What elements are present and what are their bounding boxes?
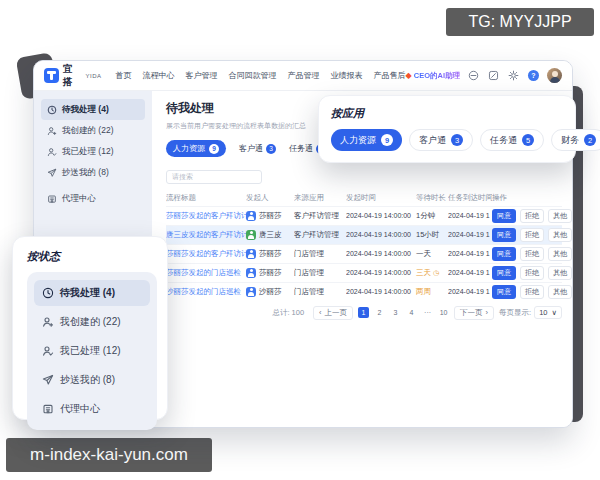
- tab-customer[interactable]: 客户通 3: [239, 143, 276, 154]
- tg-watermark-badge: TG: MYYJJPP: [446, 8, 594, 36]
- pagination-bar: 总计: 100 ‹上一页 1 2 3 4 ··· 10 下一页› 每页显示: 1…: [166, 306, 562, 320]
- starter-avatar: [246, 249, 256, 259]
- sidebar-item-processed[interactable]: 我已处理 (12): [41, 141, 145, 162]
- page-number-1[interactable]: 1: [358, 307, 369, 318]
- col-header-start-time: 发起时间: [346, 193, 416, 203]
- nav-right-cluster: ◆ CEO的AI助理 ?: [406, 68, 562, 83]
- row-title-link[interactable]: 唐三皮发起的客户拜访计划: [166, 230, 246, 240]
- domain-watermark-badge: m-index-kai-yun.com: [6, 438, 212, 472]
- top-navbar: 宜搭 YIDA 首页 流程中心 客户管理 合同回款管理 产品管理 业绩报表 产品…: [34, 61, 572, 91]
- per-page-select[interactable]: 10∨: [534, 306, 562, 319]
- reject-button[interactable]: 拒绝: [520, 228, 544, 242]
- panel-tab-hr-count: 9: [381, 134, 393, 146]
- compose-icon[interactable]: [487, 69, 500, 82]
- per-page-label: 每页显示:: [499, 308, 531, 318]
- pagination-total: 总计: 100: [272, 308, 304, 318]
- search-box: [166, 165, 562, 184]
- panel-tab-finance-count: 2: [584, 134, 596, 146]
- nav-menu: 首页 流程中心 客户管理 合同回款管理 产品管理 业绩报表 产品售后: [116, 70, 406, 81]
- overdue-clock-icon: ◷: [433, 269, 439, 276]
- ai-assistant-label: CEO的AI助理: [414, 71, 460, 81]
- tab-hr[interactable]: 人力资源 9: [166, 140, 226, 157]
- status-item-pending[interactable]: 待我处理 (4): [34, 280, 150, 306]
- sidebar-item-cc-me[interactable]: 抄送我的 (8): [41, 162, 145, 183]
- panel-tab-customer-count: 3: [451, 134, 463, 146]
- nav-item-home[interactable]: 首页: [116, 70, 132, 81]
- approve-button[interactable]: 同意: [492, 247, 516, 261]
- page-ellipsis[interactable]: ···: [422, 307, 433, 318]
- sidebar-item-agent-center[interactable]: 代理中心: [41, 188, 145, 209]
- reject-button[interactable]: 拒绝: [520, 209, 544, 223]
- user-avatar[interactable]: [547, 68, 562, 83]
- yida-logo-icon: [44, 68, 59, 83]
- approve-button[interactable]: 同意: [492, 228, 516, 242]
- table-row: 莎丽莎发起的门店巡检 莎丽莎 门店管理 2024-04-19 14:00:00 …: [166, 263, 562, 282]
- status-item-agent-center[interactable]: 代理中心: [34, 396, 150, 422]
- row-title-link[interactable]: 莎丽莎发起的客户拜访计划: [166, 211, 246, 221]
- other-button[interactable]: 其他: [548, 285, 572, 299]
- col-header-app: 来源应用: [294, 193, 346, 203]
- page-number-10[interactable]: 10: [438, 307, 449, 318]
- approve-button[interactable]: 同意: [492, 209, 516, 223]
- approve-button[interactable]: 同意: [492, 266, 516, 280]
- starter-avatar: [246, 268, 256, 278]
- panel-tab-hr[interactable]: 人力资源 9: [331, 129, 402, 151]
- reject-button[interactable]: 拒绝: [520, 266, 544, 280]
- nav-item-contract-payment[interactable]: 合同回款管理: [229, 70, 277, 81]
- status-item-processed[interactable]: 我已处理 (12): [34, 338, 150, 364]
- other-button[interactable]: 其他: [548, 209, 572, 223]
- table-row: 莎丽莎发起的客户拜访计划 莎丽莎 门店管理 2024-04-19 14:00:0…: [166, 244, 562, 263]
- yida-logo[interactable]: 宜搭 YIDA: [44, 63, 102, 89]
- ai-assistant-button[interactable]: ◆ CEO的AI助理: [406, 71, 460, 81]
- page-number-2[interactable]: 2: [374, 307, 385, 318]
- ai-spark-icon: ◆: [406, 71, 412, 80]
- by-status-title: 按状态: [27, 249, 157, 264]
- table-row: 莎丽莎发起的客户拜访计划 莎丽莎 客户拜访管理 2024-04-19 14:00…: [166, 206, 562, 225]
- task-table: 流程标题 发起人 来源应用 发起时间 等待时长 任务到达时间 操作 莎丽莎发起的…: [166, 191, 562, 301]
- other-button[interactable]: 其他: [548, 266, 572, 280]
- search-input[interactable]: [166, 170, 262, 184]
- panel-tab-task-count: 5: [522, 134, 534, 146]
- panel-tab-task[interactable]: 任务通 5: [480, 129, 544, 151]
- other-button[interactable]: 其他: [548, 228, 572, 242]
- settings-gear-icon[interactable]: [507, 69, 520, 82]
- table-header-row: 流程标题 发起人 来源应用 发起时间 等待时长 任务到达时间 操作: [166, 191, 562, 206]
- by-status-panel: 按状态 待我处理 (4) 我创建的 (22) 我已处理 (12) 抄送我的 (8…: [12, 236, 168, 420]
- nav-item-customer-mgmt[interactable]: 客户管理: [186, 70, 218, 81]
- col-header-title: 流程标题: [166, 193, 246, 203]
- status-item-created[interactable]: 我创建的 (22): [34, 309, 150, 335]
- sidebar-item-created[interactable]: 我创建的 (22): [41, 120, 145, 141]
- nav-item-after-sales[interactable]: 产品售后: [374, 70, 406, 81]
- table-body: 莎丽莎发起的客户拜访计划 莎丽莎 客户拜访管理 2024-04-19 14:00…: [166, 206, 562, 301]
- sidebar-item-pending[interactable]: 待我处理 (4): [41, 99, 145, 120]
- status-item-cc-me[interactable]: 抄送我的 (8): [34, 367, 150, 393]
- reject-button[interactable]: 拒绝: [520, 285, 544, 299]
- panel-tab-finance[interactable]: 财务 2: [551, 129, 600, 151]
- help-icon[interactable]: ?: [527, 69, 540, 82]
- logo-text-en: YIDA: [86, 73, 102, 79]
- row-title-link[interactable]: 沙丽莎发起的门店巡检: [166, 287, 246, 297]
- page-number-3[interactable]: 3: [390, 307, 401, 318]
- nav-item-performance-report[interactable]: 业绩报表: [331, 70, 363, 81]
- logo-text-cn: 宜搭: [63, 63, 82, 89]
- chevron-down-icon: ∨: [552, 308, 558, 317]
- panel-tab-customer[interactable]: 客户通 3: [409, 129, 473, 151]
- approve-button[interactable]: 同意: [492, 285, 516, 299]
- col-header-starter: 发起人: [246, 193, 294, 203]
- row-title-link[interactable]: 莎丽莎发起的客户拜访计划: [166, 249, 246, 259]
- reject-button[interactable]: 拒绝: [520, 247, 544, 261]
- page-number-4[interactable]: 4: [406, 307, 417, 318]
- prev-page-button[interactable]: ‹上一页: [313, 306, 353, 320]
- by-application-title: 按应用: [331, 106, 563, 121]
- next-page-button[interactable]: 下一页›: [454, 306, 494, 320]
- by-application-panel: 按应用 人力资源 9 客户通 3 任务通 5 财务 2: [318, 95, 576, 163]
- row-title-link[interactable]: 莎丽莎发起的门店巡检: [166, 268, 246, 278]
- starter-avatar: [246, 211, 256, 221]
- nav-item-product-mgmt[interactable]: 产品管理: [288, 70, 320, 81]
- other-button[interactable]: 其他: [548, 247, 572, 261]
- table-row: 沙丽莎发起的门店巡检 沙丽莎 门店管理 2024-04-19 14:00:00 …: [166, 282, 562, 301]
- tab-hr-count: 9: [209, 144, 219, 154]
- nav-item-process-center[interactable]: 流程中心: [143, 70, 175, 81]
- tab-customer-count: 3: [266, 144, 276, 154]
- theme-icon[interactable]: [467, 69, 480, 82]
